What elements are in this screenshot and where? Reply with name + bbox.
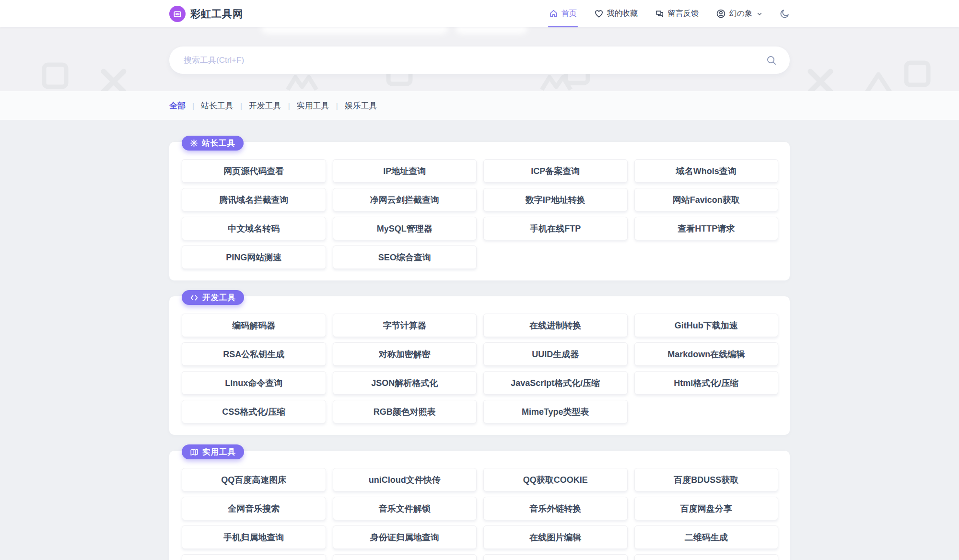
tool-button[interactable]: 网页源代码查看: [182, 159, 326, 183]
section-card-1: 开发工具编码解码器字节计算器在线进制转换GitHub下载加速RSA公私钥生成对称…: [169, 296, 790, 435]
tool-grid: 编码解码器字节计算器在线进制转换GitHub下载加速RSA公私钥生成对称加密解密…: [182, 314, 778, 423]
main-content: 站长工具网页源代码查看IP地址查询ICP备案查询域名Whois查询腾讯域名拦截查…: [0, 120, 959, 560]
tool-button-partial[interactable]: [634, 554, 779, 560]
tool-button[interactable]: Markdown在线编辑: [634, 342, 779, 366]
tool-button[interactable]: 手机在线FTP: [483, 217, 628, 240]
tool-button[interactable]: uniCloud文件快传: [333, 468, 477, 491]
tool-button[interactable]: 音乐文件解锁: [333, 497, 477, 520]
tool-button[interactable]: QQ获取COOKIE: [483, 468, 628, 491]
filter-1[interactable]: 站长工具: [201, 100, 234, 111]
nav-item-user[interactable]: 幻の象: [716, 0, 762, 27]
tool-button[interactable]: 字节计算器: [333, 314, 477, 337]
section-card-2: 实用工具QQ百度高速图床uniCloud文件快传QQ获取COOKIE百度BDUS…: [169, 451, 790, 560]
tool-button[interactable]: RSA公私钥生成: [182, 342, 326, 366]
filter-3[interactable]: 实用工具: [297, 100, 329, 111]
code-icon: [190, 293, 199, 302]
tool-button[interactable]: 手机归属地查询: [182, 525, 326, 549]
filter-bar: 全部|站长工具|开发工具|实用工具|娱乐工具: [0, 91, 959, 120]
tool-button[interactable]: 网站Favicon获取: [634, 188, 779, 211]
section-title: 开发工具: [202, 292, 236, 303]
tool-button[interactable]: 域名Whois查询: [634, 159, 779, 183]
tool-button[interactable]: 编码解码器: [182, 314, 326, 337]
main-nav: 首页我的收藏留言反馈幻の象: [549, 0, 762, 27]
tool-button[interactable]: GitHub下载加速: [634, 314, 779, 337]
search-input[interactable]: [184, 56, 766, 65]
tool-button[interactable]: 净网云剑拦截查询: [333, 188, 477, 211]
filter-separator: |: [192, 102, 194, 110]
section-badge: 实用工具: [182, 444, 244, 459]
section-badge: 开发工具: [182, 290, 244, 305]
tool-button[interactable]: 在线图片编辑: [483, 525, 628, 549]
header: 彩虹工具网 首页我的收藏留言反馈幻の象: [0, 0, 959, 27]
tool-button[interactable]: Html格式化/压缩: [634, 371, 779, 395]
hero-glow: [261, 27, 448, 34]
hero-glow: [456, 27, 527, 34]
section-card-0: 站长工具网页源代码查看IP地址查询ICP备案查询域名Whois查询腾讯域名拦截查…: [169, 142, 790, 280]
tool-button[interactable]: JavaScript格式化/压缩: [483, 371, 628, 395]
tool-button[interactable]: MimeType类型表: [483, 400, 628, 423]
tool-button[interactable]: 在线进制转换: [483, 314, 628, 337]
tool-button[interactable]: MySQL管理器: [333, 217, 477, 240]
tool-button-partial[interactable]: [333, 554, 477, 560]
nav-item-feedback[interactable]: 留言反馈: [655, 0, 699, 27]
filter-list: 全部|站长工具|开发工具|实用工具|娱乐工具: [169, 100, 790, 111]
tool-button[interactable]: 腾讯域名拦截查询: [182, 188, 326, 211]
tool-button[interactable]: CSS格式化/压缩: [182, 400, 326, 423]
section-title: 实用工具: [202, 447, 236, 457]
tool-button-partial[interactable]: [483, 554, 628, 560]
gear-icon: [190, 139, 198, 147]
tool-button[interactable]: ICP备案查询: [483, 159, 628, 183]
nav-label: 我的收藏: [607, 9, 638, 19]
filter-separator: |: [336, 102, 338, 110]
tool-button[interactable]: 对称加密解密: [333, 342, 477, 366]
tool-button[interactable]: 数字IP地址转换: [483, 188, 628, 211]
filter-separator: |: [288, 102, 290, 110]
section-title: 站长工具: [202, 138, 235, 149]
search-icon[interactable]: [766, 55, 777, 66]
tool-grid: QQ百度高速图床uniCloud文件快传QQ获取COOKIE百度BDUSS获取全…: [182, 468, 778, 560]
tool-button[interactable]: JSON解析格式化: [333, 371, 477, 395]
map-icon: [190, 448, 199, 456]
tool-button[interactable]: PING网站测速: [182, 245, 326, 269]
nav-item-heart[interactable]: 我的收藏: [594, 0, 638, 27]
hero-search-section: [0, 27, 959, 91]
tool-button[interactable]: 身份证归属地查询: [333, 525, 477, 549]
sections: 站长工具网页源代码查看IP地址查询ICP备案查询域名Whois查询腾讯域名拦截查…: [169, 142, 790, 560]
tool-button[interactable]: IP地址查询: [333, 159, 477, 183]
site-title: 彩虹工具网: [190, 7, 243, 21]
filter-0[interactable]: 全部: [169, 100, 186, 111]
tool-button[interactable]: 二维码生成: [634, 525, 779, 549]
toolbox-logo-icon: [169, 6, 186, 22]
tool-button[interactable]: UUID生成器: [483, 342, 628, 366]
tool-button[interactable]: 百度网盘分享: [634, 497, 779, 520]
nav-item-home[interactable]: 首页: [549, 0, 577, 27]
tool-button[interactable]: Linux命令查询: [182, 371, 326, 395]
filter-2[interactable]: 开发工具: [249, 100, 281, 111]
filter-4[interactable]: 娱乐工具: [345, 100, 377, 111]
search-bar: [169, 47, 790, 74]
logo[interactable]: 彩虹工具网: [169, 6, 243, 22]
moon-icon[interactable]: [780, 9, 790, 19]
tool-button[interactable]: SEO综合查询: [333, 245, 477, 269]
tool-button[interactable]: 全网音乐搜索: [182, 497, 326, 520]
nav-label: 留言反馈: [668, 9, 699, 19]
nav-label: 首页: [561, 9, 577, 19]
tool-grid: 网页源代码查看IP地址查询ICP备案查询域名Whois查询腾讯域名拦截查询净网云…: [182, 159, 778, 269]
section-badge: 站长工具: [182, 136, 244, 151]
tool-button-partial[interactable]: [182, 554, 326, 560]
tool-button[interactable]: 音乐外链转换: [483, 497, 628, 520]
nav-label: 幻の象: [729, 9, 752, 19]
tool-button[interactable]: 查看HTTP请求: [634, 217, 779, 240]
tool-button[interactable]: 中文域名转码: [182, 217, 326, 240]
tool-button[interactable]: RGB颜色对照表: [333, 400, 477, 423]
tool-button[interactable]: QQ百度高速图床: [182, 468, 326, 491]
filter-separator: |: [240, 102, 242, 110]
tool-button[interactable]: 百度BDUSS获取: [634, 468, 779, 491]
